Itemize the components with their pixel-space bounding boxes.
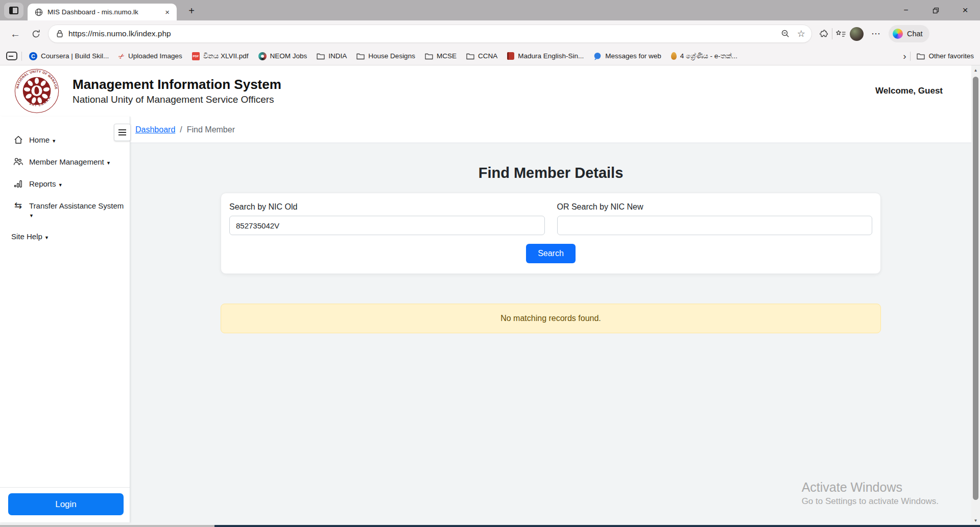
bookmark-item[interactable]: Coursera | Build Skil...	[29, 52, 109, 60]
sidebar-item-label: Transfer Assistance System ▼	[29, 201, 126, 219]
tab-close-icon[interactable]	[163, 8, 172, 16]
bookmark-item[interactable]: Madura English-Sin...	[507, 52, 584, 60]
bookmark-label: MCSE	[437, 52, 457, 60]
back-icon[interactable]	[7, 28, 23, 40]
new-tab-button[interactable]	[185, 4, 198, 17]
lock-icon	[56, 30, 63, 38]
copilot-icon	[893, 29, 903, 39]
sidebar-item-home[interactable]: Home ▼	[0, 129, 130, 151]
bookmark-label: INDIA	[328, 52, 347, 60]
bookmark-item[interactable]: NEOM Jobs	[258, 52, 307, 60]
breadcrumb-link-dashboard[interactable]: Dashboard	[135, 125, 175, 134]
search-button[interactable]: Search	[526, 244, 576, 263]
nic-old-input[interactable]	[229, 216, 545, 235]
bookmarks-divider	[21, 52, 22, 61]
bookmarks-bar: Coursera | Build Skil... Uploaded Images…	[0, 47, 980, 65]
nic-new-input[interactable]	[557, 216, 873, 235]
nic-old-label: Search by NIC Old	[229, 202, 545, 212]
login-button[interactable]: Login	[8, 493, 124, 515]
window-bottom-edge	[0, 525, 980, 527]
sidebar-panel: Home ▼ Member Management ▼ Reports ▼	[0, 117, 130, 522]
scrollbar-down-icon[interactable]: ▼	[971, 518, 980, 523]
bookmark-label: විනය XLVII.pdf	[203, 52, 249, 60]
no-records-alert: No matching records found.	[221, 304, 881, 333]
sidebar-item-transfer-assistance[interactable]: Transfer Assistance System ▼	[0, 195, 130, 225]
address-bar[interactable]: https://mis.numo.lk/index.php	[48, 25, 812, 43]
page-body: Home ▼ Member Management ▼ Reports ▼	[0, 117, 971, 527]
site-title: Management Information System	[73, 77, 281, 93]
toolbar-divider	[832, 28, 832, 39]
site-subtitle: National Unity of Management Service Off…	[73, 94, 281, 105]
bookmark-label: Coursera | Build Skil...	[41, 52, 109, 60]
settings-menu-icon[interactable]	[871, 28, 880, 39]
folder-icon	[917, 53, 925, 60]
members-icon	[13, 157, 23, 166]
bookmark-label: Messages for web	[605, 52, 661, 60]
workspaces-icon	[9, 7, 18, 14]
other-favorites-button[interactable]: Other favorites	[917, 52, 974, 60]
favorite-star-icon[interactable]	[797, 28, 805, 39]
sidebar-toggle-button[interactable]	[114, 124, 131, 141]
sidebar-item-label: Home ▼	[29, 135, 56, 144]
profile-avatar[interactable]	[850, 27, 864, 41]
folder-icon	[466, 53, 474, 60]
bookmark-item[interactable]: INDIA	[317, 52, 347, 60]
minimize-button[interactable]	[891, 0, 921, 20]
caret-down-icon: ▼	[52, 139, 56, 144]
tab-workspaces-button[interactable]	[4, 3, 23, 18]
bookmark-item[interactable]: MCSE	[425, 52, 457, 60]
neom-icon	[258, 52, 267, 60]
bookmark-item[interactable]: Uploaded Images	[118, 52, 182, 60]
bookmark-item[interactable]: House Designs	[356, 52, 415, 60]
browser-window: MIS Dashboard - mis.numo.lk https://mis.…	[0, 0, 980, 527]
numo-logo: NATIONAL UNITY OF MANAGEMENT SERVICE OFF…	[14, 68, 59, 113]
caret-down-icon: ▼	[106, 161, 111, 166]
restore-icon	[933, 7, 939, 14]
reports-icon	[13, 179, 23, 188]
sidebar-item-label: Reports ▼	[29, 179, 63, 188]
activate-windows-watermark: Activate Windows Go to Settings to activ…	[802, 480, 939, 507]
page-scrollbar[interactable]: ▲ ▼	[971, 65, 980, 527]
pdf-icon	[192, 52, 200, 60]
home-icon	[13, 135, 23, 144]
scissors-icon	[117, 51, 127, 61]
breadcrumb: Dashboard / Find Member	[130, 117, 971, 143]
scrollbar-up-icon[interactable]: ▲	[971, 68, 980, 73]
sidebar-item-member-management[interactable]: Member Management ▼	[0, 151, 130, 173]
folder-icon	[317, 53, 325, 60]
zoom-out-icon[interactable]	[781, 29, 790, 38]
collections-icon[interactable]	[835, 30, 846, 38]
sidebar-divider	[0, 487, 130, 488]
bookmark-label: 4 ශ්‍රේණිය - e-තක්...	[680, 52, 737, 60]
close-button[interactable]	[950, 0, 980, 20]
bookmark-item[interactable]: 4 ශ්‍රේණිය - e-තක්...	[671, 52, 737, 60]
url-text[interactable]: https://mis.numo.lk/index.php	[68, 29, 781, 38]
other-favorites-label: Other favorites	[928, 52, 974, 60]
extensions-icon[interactable]	[819, 29, 829, 39]
refresh-icon[interactable]	[28, 29, 44, 39]
scrollbar-thumb[interactable]	[973, 77, 978, 500]
copilot-chat-button[interactable]: Chat	[889, 25, 929, 42]
watermark-line2: Go to Settings to activate Windows.	[802, 496, 939, 507]
bookmark-app-icon[interactable]	[6, 52, 17, 60]
bookmarks-divider	[910, 52, 911, 61]
restore-button[interactable]	[921, 0, 950, 20]
sidebar-item-site-help[interactable]: Site Help ▼	[0, 225, 130, 247]
bookmark-label: Uploaded Images	[128, 52, 182, 60]
web-page: NATIONAL UNITY OF MANAGEMENT SERVICE OFF…	[0, 65, 971, 527]
nic-new-label: OR Search by NIC New	[557, 202, 873, 212]
bookmark-item[interactable]: විනය XLVII.pdf	[192, 52, 249, 60]
bookmark-item[interactable]: Messages for web	[593, 52, 661, 60]
bookmark-label: House Designs	[368, 52, 415, 60]
bookmark-item[interactable]: CCNA	[466, 52, 497, 60]
chat-bubble-icon	[593, 52, 602, 60]
sidebar-item-reports[interactable]: Reports ▼	[0, 173, 130, 195]
book-icon	[507, 52, 514, 60]
browser-tab[interactable]: MIS Dashboard - mis.numo.lk	[28, 4, 177, 20]
breadcrumb-current: Find Member	[187, 125, 235, 134]
sidebar: Home ▼ Member Management ▼ Reports ▼	[0, 117, 130, 527]
bookmark-label: NEOM Jobs	[270, 52, 307, 60]
more-bookmarks-chevron-icon[interactable]	[899, 51, 910, 62]
coursera-icon	[29, 52, 37, 60]
chat-label: Chat	[907, 30, 923, 38]
